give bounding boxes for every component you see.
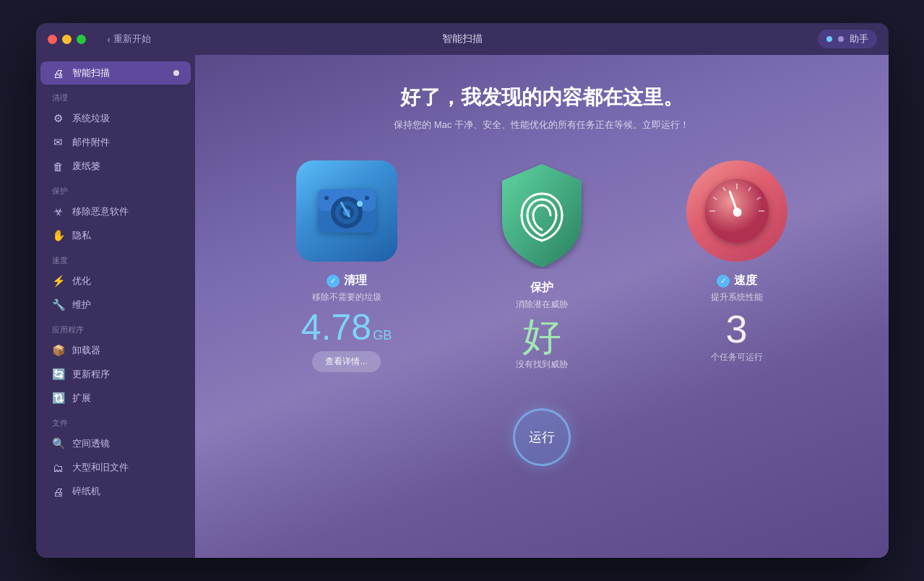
protect-desc: 消除潜在威胁	[516, 298, 568, 311]
sidebar-item-update[interactable]: 🔄 更新程序	[40, 363, 191, 386]
back-label: 重新开始	[113, 33, 151, 46]
sidebar-malware-label: 移除恶意软件	[72, 205, 129, 218]
privacy-icon: ✋	[52, 229, 65, 242]
sidebar-extend-label: 扩展	[72, 392, 91, 405]
sidebar-smart-scan-label: 智能扫描	[72, 66, 110, 79]
clean-details-button[interactable]: 查看详情...	[312, 351, 380, 372]
close-button[interactable]	[48, 35, 57, 44]
shredder-icon: 🖨	[52, 486, 65, 498]
section-files-label: 文件	[36, 410, 195, 431]
sidebar-optimize-label: 优化	[72, 275, 91, 288]
speed-title-row: ✓ 速度	[717, 273, 757, 288]
hdd-svg	[311, 175, 383, 247]
svg-point-21	[733, 207, 741, 215]
clean-title-row: ✓ 清理	[327, 273, 367, 288]
svg-point-9	[365, 196, 369, 200]
large-files-icon: 🗂	[52, 462, 65, 474]
sidebar-mail-label: 邮件附件	[72, 136, 110, 149]
protect-value: 好	[522, 317, 561, 356]
speed-value: 3	[725, 309, 747, 348]
card-protect: 保护 消除潜在威胁 好 没有找到威胁	[455, 160, 629, 371]
main-title: 好了，我发现的内容都在这里。	[400, 84, 683, 111]
minimize-button[interactable]	[62, 35, 72, 44]
maintain-icon: 🔧	[52, 298, 65, 311]
section-apps-label: 应用程序	[36, 317, 195, 338]
app-window: ‹ 重新开始 智能扫描 助手 🖨 智能扫描 清理 ⚙ 系统垃圾	[36, 23, 889, 558]
sidebar-item-shredder[interactable]: 🖨 碎纸机	[40, 480, 191, 503]
smart-scan-icon: 🖨	[52, 67, 65, 79]
sidebar: 🖨 智能扫描 清理 ⚙ 系统垃圾 ✉ 邮件附件 🗑 废纸篓 保护 ☣	[36, 55, 195, 558]
section-speed-label: 速度	[36, 248, 195, 269]
speed-value-row: 3	[725, 309, 747, 348]
run-button[interactable]: 运行	[513, 408, 571, 466]
clean-unit: GB	[373, 328, 392, 343]
sidebar-item-space-lens[interactable]: 🔍 空间透镜	[40, 432, 191, 455]
sidebar-item-uninstall[interactable]: 📦 卸载器	[40, 339, 191, 362]
clean-icon	[296, 160, 397, 262]
protect-sub: 没有找到威胁	[516, 358, 568, 371]
uninstall-icon: 📦	[52, 344, 65, 357]
gauge-svg	[701, 175, 773, 247]
sidebar-item-privacy[interactable]: ✋ 隐私	[40, 224, 191, 247]
sidebar-item-system-trash[interactable]: ⚙ 系统垃圾	[40, 107, 191, 130]
trash-icon: 🗑	[52, 160, 65, 173]
system-trash-icon: ⚙	[52, 112, 65, 125]
sidebar-item-smart-scan[interactable]: 🖨 智能扫描	[40, 61, 191, 85]
svg-point-8	[324, 196, 329, 200]
clean-value-row: 4.78 GB	[301, 309, 392, 345]
sidebar-item-extend[interactable]: 🔃 扩展	[40, 387, 191, 410]
speed-check-icon: ✓	[717, 275, 730, 288]
section-clean-label: 清理	[36, 85, 195, 106]
sidebar-item-large-files[interactable]: 🗂 大型和旧文件	[40, 456, 191, 479]
extend-icon: 🔃	[52, 392, 65, 405]
sidebar-item-maintain[interactable]: 🔧 维护	[40, 293, 191, 317]
assistant-label: 助手	[850, 33, 868, 46]
assistant-dot-icon	[826, 36, 832, 42]
sidebar-item-mail-attach[interactable]: ✉ 邮件附件	[40, 131, 191, 154]
shield-svg	[495, 160, 589, 269]
section-protect-label: 保护	[36, 178, 195, 199]
main-content: 好了，我发现的内容都在这里。 保持您的 Mac 干净、安全、性能优化的所有任务正…	[195, 55, 889, 558]
sidebar-system-trash-label: 系统垃圾	[72, 112, 110, 125]
window-title: 智能扫描	[442, 33, 483, 46]
back-button[interactable]: ‹ 重新开始	[108, 33, 151, 46]
protect-icon-container	[495, 160, 589, 269]
sidebar-shredder-label: 碎纸机	[72, 485, 100, 498]
sidebar-item-optimize[interactable]: ⚡ 优化	[40, 270, 191, 293]
sidebar-item-malware[interactable]: ☣ 移除恶意软件	[40, 200, 191, 223]
clean-desc: 移除不需要的垃圾	[312, 291, 381, 304]
clean-check-icon: ✓	[327, 275, 340, 288]
speed-desc: 提升系统性能	[711, 291, 763, 304]
card-clean: ✓ 清理 移除不需要的垃圾 4.78 GB 查看详情...	[260, 160, 433, 372]
protect-title: 保护	[530, 280, 553, 296]
sidebar-update-label: 更新程序	[72, 368, 110, 381]
svg-point-7	[357, 201, 363, 207]
protect-title-row: 保护	[530, 280, 553, 296]
protect-value-row: 好	[522, 317, 561, 356]
assistant-dot2-icon	[838, 36, 844, 42]
sidebar-item-recycle[interactable]: 🗑 废纸篓	[40, 155, 191, 178]
mail-icon: ✉	[52, 136, 65, 149]
sidebar-space-lens-label: 空间透镜	[72, 437, 110, 450]
sidebar-uninstall-label: 卸载器	[72, 344, 100, 357]
main-subtitle: 保持您的 Mac 干净、安全、性能优化的所有任务正在等候。立即运行！	[394, 119, 689, 132]
chevron-left-icon: ‹	[108, 34, 111, 45]
traffic-lights	[48, 35, 86, 44]
update-icon: 🔄	[52, 368, 65, 381]
malware-icon: ☣	[52, 205, 65, 218]
cards-row: ✓ 清理 移除不需要的垃圾 4.78 GB 查看详情...	[260, 160, 824, 372]
speed-title: 速度	[734, 273, 757, 288]
assistant-button[interactable]: 助手	[818, 30, 877, 48]
app-body: 🖨 智能扫描 清理 ⚙ 系统垃圾 ✉ 邮件附件 🗑 废纸篓 保护 ☣	[36, 55, 889, 558]
sidebar-maintain-label: 维护	[72, 298, 91, 311]
card-speed: ✓ 速度 提升系统性能 3 个任务可运行	[650, 160, 824, 363]
clean-title: 清理	[344, 273, 367, 288]
sidebar-large-files-label: 大型和旧文件	[72, 461, 129, 474]
speed-sub: 个任务可运行	[711, 351, 763, 363]
titlebar: ‹ 重新开始 智能扫描 助手	[36, 23, 889, 55]
fullscreen-button[interactable]	[77, 35, 86, 44]
clean-value: 4.78	[301, 309, 371, 345]
speed-icon	[686, 160, 787, 262]
sidebar-recycle-label: 废纸篓	[72, 160, 100, 173]
sidebar-privacy-label: 隐私	[72, 229, 91, 242]
